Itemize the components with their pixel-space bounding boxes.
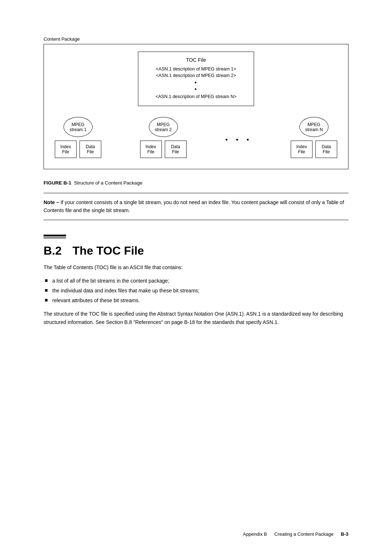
- stream-2-files: IndexFile DataFile: [140, 141, 187, 158]
- bullet-icon-2: [44, 287, 49, 294]
- footer-text: Appendix B Creating a Content Package B-…: [243, 531, 348, 537]
- bullet-text-1: a list of all of the bit streams in the …: [52, 277, 169, 285]
- toc-line-3: <ASN.1 description of MPEG stream N>: [149, 94, 243, 99]
- stream-1-label: MPEGstream 1: [70, 122, 87, 132]
- toc-file-title: TOC File: [149, 57, 243, 63]
- section-b2: B.2 The TOC File The Table of Contents (…: [44, 235, 348, 327]
- section-title: The TOC File: [73, 244, 144, 258]
- page-footer: Appendix B Creating a Content Package B-…: [243, 531, 348, 537]
- stream-2-data-file: DataFile: [165, 141, 187, 158]
- stream-oval-2: MPEGstream 2: [149, 117, 178, 137]
- bullet-icon-3: [44, 296, 49, 304]
- diagram-outer-label: Content Package: [44, 36, 348, 42]
- stream-oval-n: MPEGstream N: [299, 117, 328, 137]
- stream-2-index-file: IndexFile: [140, 141, 162, 158]
- bullet-square-1: [45, 279, 48, 282]
- bullet-text-2: the individual data and index files that…: [52, 287, 199, 295]
- diagram-outer-box: TOC File <ASN.1 description of MPEG stre…: [44, 44, 348, 169]
- bullet-text-3: relevant attributes of these bit streams…: [52, 296, 140, 305]
- footer-appendix: Appendix B: [243, 531, 267, 537]
- stream-n-index-file: IndexFile: [291, 141, 313, 158]
- section-bar-thin: [44, 238, 66, 238]
- stream-oval-1: MPEGstream 1: [64, 117, 93, 137]
- note-wrapper: Note – If your content consists of a sin…: [44, 193, 348, 220]
- bullet-list: a list of all of the bit streams in the …: [44, 277, 348, 305]
- bullet-square-3: [45, 299, 48, 301]
- stream-1-data-file: DataFile: [79, 141, 101, 158]
- stream-2-label: MPEGstream 2: [155, 122, 172, 132]
- list-item-2: the individual data and index files that…: [44, 287, 348, 295]
- footer-page: B-3: [341, 531, 348, 537]
- stream-n-label: MPEGstream N: [305, 122, 323, 132]
- bullet-square-2: [45, 289, 48, 292]
- figure-caption: FIGURE B-1 Structure of a Content Packag…: [44, 180, 348, 186]
- toc-dots-middle: ••: [149, 80, 243, 93]
- diagram-section: Content Package TOC File <ASN.1 descript…: [44, 36, 348, 169]
- toc-file-box: TOC File <ASN.1 description of MPEG stre…: [138, 52, 254, 106]
- section-intro: The Table of Contents (TOC) file is an A…: [44, 263, 348, 272]
- section-title-row: B.2 The TOC File: [44, 244, 348, 258]
- stream-n-data-file: DataFile: [315, 141, 337, 158]
- list-item-1: a list of all of the bit streams in the …: [44, 277, 348, 285]
- page: Content Package TOC File <ASN.1 descript…: [0, 0, 392, 555]
- toc-line-2: <ASN.1 description of MPEG stream 2>: [149, 73, 243, 78]
- stream-1-index-file: IndexFile: [55, 141, 77, 158]
- section-bar-thick: [44, 235, 66, 236]
- section-number: B.2: [44, 244, 62, 258]
- figure-label: FIGURE B-1: [44, 180, 72, 186]
- stream-1-files: IndexFile DataFile: [55, 141, 101, 158]
- list-item-3: relevant attributes of these bit streams…: [44, 296, 348, 305]
- section-body: The structure of the TOC file is specifi…: [44, 310, 348, 327]
- stream-group-2: MPEGstream 2 IndexFile DataFile: [140, 117, 187, 158]
- streams-row: MPEGstream 1 IndexFile DataFile MPEGstre…: [51, 117, 341, 158]
- note-box: Note – If your content consists of a sin…: [44, 193, 348, 220]
- note-prefix: Note –: [44, 199, 59, 205]
- toc-line-1: <ASN.1 description of MPEG stream 1>: [149, 66, 243, 72]
- stream-group-n: MPEGstream N IndexFile DataFile: [291, 117, 337, 158]
- stream-n-files: IndexFile DataFile: [291, 141, 337, 158]
- stream-group-1: MPEGstream 1 IndexFile DataFile: [55, 117, 101, 158]
- stream-dots: • • •: [225, 117, 252, 145]
- figure-text: Structure of a Content Package: [74, 180, 142, 186]
- bullet-icon-1: [44, 277, 49, 284]
- section-bars: [44, 235, 348, 238]
- note-text: If your content consists of a single bit…: [44, 199, 344, 213]
- footer-chapter: Creating a Content Package: [274, 531, 334, 537]
- toc-file-container: TOC File <ASN.1 description of MPEG stre…: [51, 52, 341, 106]
